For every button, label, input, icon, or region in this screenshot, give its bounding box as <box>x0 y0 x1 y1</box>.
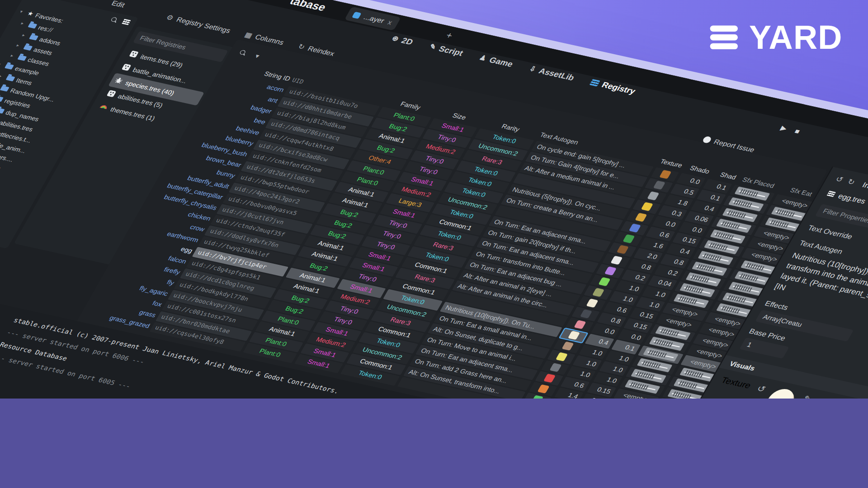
folder-icon <box>5 64 14 70</box>
revert-icon[interactable]: ↺ <box>755 384 768 394</box>
folder-icon <box>6 75 15 81</box>
yard-logo-text: YARD <box>749 18 843 56</box>
play-icon[interactable]: ▶ <box>779 124 788 132</box>
menu-edit[interactable]: Edit <box>110 0 127 9</box>
species-texture-icon <box>610 256 623 265</box>
tree-arrow-icon: ▸ <box>15 43 23 48</box>
species-texture-icon <box>561 342 574 351</box>
dice-icon <box>105 89 117 99</box>
hero-background: YARD tabase ...ayer x + File Edit ⊕2D✎Sc… <box>0 0 868 399</box>
star-icon: ★ <box>26 10 35 18</box>
bug-icon <box>113 76 124 86</box>
tree-arrow-icon: ▾ <box>0 62 4 67</box>
species-texture-icon <box>537 385 549 394</box>
folder-icon <box>29 34 38 40</box>
species-texture-icon <box>531 395 543 399</box>
dice-icon <box>120 63 132 73</box>
filesystem-item-label: res:// <box>37 24 54 33</box>
species-texture-icon <box>623 234 635 243</box>
egg-texture-preview[interactable] <box>761 387 799 399</box>
resource-name: egg.tres <box>837 192 868 205</box>
search-icon[interactable] <box>109 16 119 23</box>
species-texture-icon <box>549 363 561 372</box>
edit-texture-icon[interactable]: ✎ <box>801 394 814 399</box>
visuals-section[interactable]: Visuals <box>728 359 757 372</box>
species-texture-icon <box>635 213 647 222</box>
registry-icon <box>590 79 600 86</box>
close-icon[interactable]: x <box>386 19 394 27</box>
yard-logo-icon <box>710 25 738 49</box>
effects-label: Effects <box>764 299 790 311</box>
list-view-icon[interactable] <box>122 19 131 25</box>
folder-icon <box>0 86 9 92</box>
folder-icon <box>23 45 33 51</box>
gear-icon: ⚙ <box>165 13 175 22</box>
inspector-title: Inspector <box>861 180 868 195</box>
filesystem-item-label: Items <box>15 77 33 86</box>
rainbow-icon <box>98 103 109 112</box>
species-texture-icon <box>543 374 555 383</box>
folder-icon <box>28 23 37 28</box>
species-texture-icon <box>567 331 580 340</box>
species-texture-icon <box>647 191 659 200</box>
folder-icon <box>17 55 27 61</box>
species-texture-icon <box>586 299 598 308</box>
resource-icon <box>826 191 835 197</box>
columns-icon: ▦ <box>243 31 254 39</box>
assetlib-icon: ⇩ <box>528 65 538 73</box>
filesystem-item-label: assets <box>33 46 54 56</box>
game-icon: ♟ <box>478 53 488 62</box>
menu-file[interactable]: File <box>78 0 94 2</box>
stop-icon[interactable]: ■ <box>793 127 802 135</box>
godot-editor-window: tabase ...ayer x + File Edit ⊕2D✎Script♟… <box>0 0 868 399</box>
yard-logo: YARD <box>710 18 842 56</box>
scene-tab-label: ...ayer <box>362 13 386 25</box>
registry-settings-button[interactable]: ⚙ Registry Settings <box>165 13 232 34</box>
species-texture-icon <box>628 223 641 232</box>
species-texture-icon <box>653 181 665 190</box>
script-icon: ✎ <box>428 42 438 51</box>
species-texture-icon <box>616 245 628 254</box>
tree-arrow-icon: ▸ <box>21 33 28 38</box>
species-texture-icon <box>574 320 586 329</box>
species-texture-icon <box>580 309 592 318</box>
playback-controls: ▶ ■ <box>779 124 802 135</box>
species-texture-icon <box>598 277 610 286</box>
folder-icon <box>0 96 4 102</box>
species-texture-icon <box>659 170 671 179</box>
history-forward-icon[interactable]: ↻ <box>846 177 857 186</box>
tree-arrow-icon: ▾ <box>19 9 26 14</box>
scene-icon <box>352 11 362 19</box>
tree-arrow-icon: ▸ <box>10 53 17 59</box>
species-texture-icon <box>555 352 567 361</box>
species-texture-icon <box>592 288 604 297</box>
species-texture-icon <box>604 266 616 275</box>
2d-icon: ⊕ <box>391 34 401 43</box>
tree-arrow-icon: ▸ <box>20 21 28 26</box>
species-texture-icon <box>641 202 653 211</box>
refresh-icon: ↻ <box>297 42 307 51</box>
texture-label: Texture <box>719 375 753 390</box>
workspace-tab-label: 2D <box>400 36 415 46</box>
folder-icon <box>0 108 5 113</box>
history-back-icon[interactable]: ↺ <box>834 174 845 183</box>
dice-icon <box>128 50 139 59</box>
tree-arrow-icon: ▸ <box>0 74 5 79</box>
